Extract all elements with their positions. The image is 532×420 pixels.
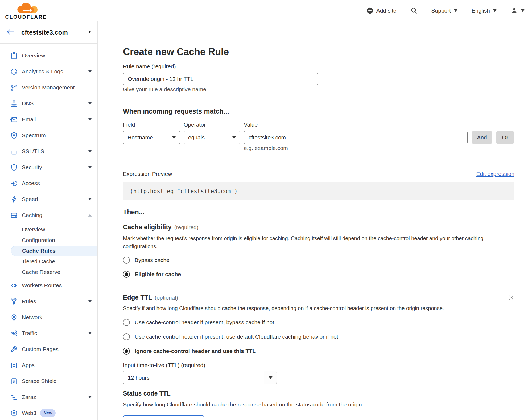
sidebar-item-apps[interactable]: Apps: [0, 357, 97, 373]
add-site-button[interactable]: Add site: [366, 7, 397, 14]
chevron-down-icon: [521, 9, 525, 12]
radio-icon[interactable]: [123, 348, 130, 355]
chevron-down-icon: [88, 300, 92, 303]
edge-ttl-heading: Edge TTL (optional): [123, 293, 178, 302]
chevron-up-icon: [88, 214, 92, 217]
radio-icon[interactable]: [123, 319, 130, 326]
cache-eligibility-description: Mark whether the request's response from…: [123, 234, 514, 250]
sidebar-item-dns[interactable]: DNS: [0, 95, 97, 111]
sidebar-item-custom-pages[interactable]: Custom Pages: [0, 341, 97, 357]
sidebar-item-traffic[interactable]: Traffic: [0, 325, 97, 341]
sidebar-item-analytics-logs[interactable]: Analytics & Logs: [0, 64, 97, 80]
chevron-down-icon[interactable]: [264, 371, 277, 384]
sidebar-item-rules[interactable]: Rules: [0, 293, 97, 309]
radio-icon[interactable]: [123, 257, 130, 264]
chevron-down-icon: [88, 166, 92, 169]
sidebar-item-scrape-shield[interactable]: Scrape Shield: [0, 373, 97, 389]
sidebar-item-access[interactable]: Access: [0, 175, 97, 191]
envelope-icon: [10, 115, 18, 123]
page-title: Create new Cache Rule: [123, 21, 514, 57]
logo-wordmark: CLOUDFLARE: [5, 14, 47, 20]
operator-select[interactable]: equals: [184, 131, 240, 144]
sidebar-item-cache-reserve[interactable]: Cache Reserve: [0, 267, 97, 277]
code-icon: [10, 281, 18, 289]
sidebar-subnav: OverviewConfigurationCache RulesTiered C…: [0, 224, 97, 277]
search-button[interactable]: [410, 7, 418, 14]
value-hint: e.g. example.com: [244, 145, 514, 152]
value-label: Value: [244, 121, 258, 128]
then-heading: Then...: [123, 208, 514, 216]
edge-ttl-description: Specify if and how long Cloudflare shoul…: [123, 304, 456, 312]
wrench-icon: [10, 345, 18, 353]
status-code-ttl-heading: Status code TTL: [123, 390, 514, 397]
edge-ttl-option-ignore-cache-control-header-and-use-this-ttl[interactable]: Ignore cache-control header and use this…: [123, 347, 514, 355]
server-icon: [10, 211, 18, 219]
chevron-down-icon: [172, 136, 176, 139]
sidebar-item-zaraz[interactable]: Zaraz: [0, 389, 97, 405]
field-label: Field: [123, 121, 184, 128]
match-column-labels: Field Operator Value: [123, 121, 514, 128]
back-arrow-icon[interactable]: [6, 28, 14, 36]
or-button[interactable]: Or: [496, 131, 514, 144]
support-menu[interactable]: Support: [431, 7, 458, 14]
site-switcher-caret-icon[interactable]: [88, 30, 92, 35]
clipboard-icon: [10, 52, 18, 60]
cache-eligibility-option-bypass-cache[interactable]: Bypass cache: [123, 256, 514, 264]
account-menu[interactable]: [511, 7, 525, 14]
chevron-down-icon: [88, 198, 92, 201]
sidebar: cftestsite3.com OverviewAnalytics & Logs…: [0, 21, 98, 420]
rule-name-input[interactable]: [123, 73, 318, 85]
edge-ttl-option-use-cache-control-header-if-present-bypass-cache-if-not[interactable]: Use cache-control header if present, byp…: [123, 319, 514, 326]
header-actions: Add site Support English: [366, 7, 525, 14]
plus-icon: +: [131, 419, 135, 420]
sidebar-item-caching[interactable]: Caching: [0, 207, 97, 223]
edge-ttl-option-use-cache-control-header-if-present-use-default-cloudflare-caching-behavior-if-not[interactable]: Use cache-control header if present, use…: [123, 333, 514, 340]
site-header: cftestsite3.com: [0, 21, 97, 44]
section-divider: [123, 285, 514, 285]
and-button[interactable]: And: [472, 131, 492, 144]
radio-icon[interactable]: [123, 271, 130, 278]
ttl-select[interactable]: 12 hours: [123, 371, 277, 384]
language-menu[interactable]: English: [472, 7, 497, 14]
sidebar-item-overview[interactable]: Overview: [0, 48, 97, 64]
section-divider: [123, 101, 514, 101]
sidebar-item-workers-routes[interactable]: Workers Routes: [0, 277, 97, 293]
cloudflare-logo[interactable]: CLOUDFLARE: [5, 1, 47, 20]
shield-icon: [10, 163, 18, 171]
value-input[interactable]: [244, 131, 468, 144]
radio-icon[interactable]: [123, 333, 130, 340]
search-icon: [410, 7, 418, 14]
sidebar-item-overview[interactable]: Overview: [0, 224, 97, 235]
chevron-down-icon: [232, 136, 236, 139]
sidebar-item-spectrum[interactable]: Spectrum: [0, 127, 97, 143]
sidebar-item-email[interactable]: Email: [0, 111, 97, 127]
new-badge: New: [40, 409, 56, 417]
rule-name-help: Give your rule a descriptive name.: [123, 86, 514, 93]
chevron-down-icon: [493, 9, 497, 12]
sidebar-item-configuration[interactable]: Configuration: [0, 235, 97, 246]
app-icon: [10, 361, 18, 369]
sidebar-item-web3[interactable]: Web3New: [0, 405, 97, 420]
cache-eligibility-option-eligible-for-cache[interactable]: Eligible for cache: [123, 271, 514, 278]
expression-preview-label: Expression Preview: [123, 171, 172, 177]
close-icon[interactable]: [508, 294, 514, 301]
branch-icon: [10, 84, 18, 92]
sidebar-item-tiered-cache[interactable]: Tiered Cache: [0, 256, 97, 267]
sidebar-item-cache-rules[interactable]: Cache Rules: [11, 246, 97, 256]
required-note: (required): [174, 223, 199, 231]
site-name: cftestsite3.com: [21, 29, 68, 36]
sidebar-item-speed[interactable]: Speed: [0, 191, 97, 207]
sidebar-item-network[interactable]: Network: [0, 309, 97, 325]
edit-expression-link[interactable]: Edit expression: [476, 171, 514, 177]
rule-name-label: Rule name (required): [123, 63, 514, 70]
sidebar-item-ssl-tls[interactable]: SSL/TLS: [0, 143, 97, 159]
chevron-down-icon: [88, 102, 92, 105]
cache-eligibility-heading: Cache eligibility (required): [123, 223, 514, 231]
add-status-code-setting-button[interactable]: + Add status code setting: [123, 415, 204, 420]
chevron-down-icon: [88, 332, 92, 335]
sidebar-item-version-management[interactable]: Version Management: [0, 80, 97, 95]
shield-asterisk-icon: [10, 131, 18, 139]
field-select[interactable]: Hostname: [123, 131, 180, 144]
expression-code: (http.host eq "cftestsite3.com"): [123, 182, 514, 200]
sidebar-item-security[interactable]: Security: [0, 159, 97, 175]
